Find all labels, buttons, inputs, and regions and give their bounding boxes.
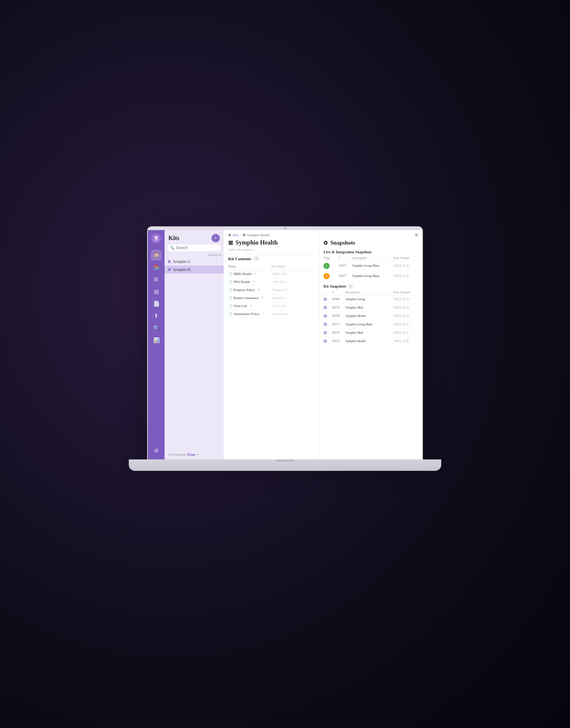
- kit-snap-date: 5/8/23, 11:30: [394, 339, 418, 343]
- snapshots-panel: ✕ ✿ Snapshots Live & Integration Snapsho…: [319, 230, 422, 459]
- breadcrumb: ▦ Kits / ▦ Symphio Health: [224, 230, 319, 238]
- kit-snap-date: 5/8/23, 11:33: [394, 298, 418, 301]
- kit-snap-desc: Symphio Med: [346, 306, 392, 309]
- kits-add-button[interactable]: +: [211, 234, 220, 242]
- search-input[interactable]: [176, 246, 218, 250]
- kit-snap-desc: Symphio Health: [346, 314, 392, 318]
- close-button[interactable]: ✕: [415, 232, 418, 238]
- sidebar-grid-icon[interactable]: ⊞: [151, 274, 162, 285]
- kit-snap-num: 10579: [332, 306, 344, 309]
- stage-badge: L: [323, 263, 330, 269]
- row-desc: Term Life: [273, 304, 315, 308]
- row-desc: Renter's I: [273, 296, 315, 300]
- snap-desc: Symphio Group Main: [352, 274, 392, 278]
- kit-snap-num: 10578: [332, 314, 344, 318]
- row-doc-icon: 📄: [228, 304, 232, 308]
- table-row[interactable]: 📄 Property Policy ↗ Property C: [224, 286, 319, 294]
- sidebar-search-doc-icon[interactable]: 🔍: [151, 323, 162, 334]
- kit-snap-num: 10575: [332, 339, 344, 343]
- row-desc: Property C: [273, 288, 315, 292]
- kits-panel: Kits + 🔍 Sort by: ▾ ▦ Symphio G: [165, 230, 224, 459]
- kit-snap-row[interactable]: ✿ 10579 Symphio Med 5/8/23, 11:33: [320, 304, 422, 312]
- live-section-title: Live & Integration Snapshots: [320, 248, 422, 256]
- table-header: Name Descriptio: [224, 263, 319, 270]
- sort-by-label: Sort by: ▾: [165, 253, 224, 258]
- kit-snaps-title: Kit Snapshots +: [320, 282, 422, 290]
- snapshot-icon: ✿: [323, 305, 330, 310]
- kit-snap-row[interactable]: ✿ 10577 Symphio Group Main 5/8/23, 11:31: [320, 320, 422, 329]
- main-content: ▦ Kits / ▦ Symphio Health ▦ Symphio Heal…: [224, 230, 319, 459]
- row-doc-icon: 📄: [228, 312, 232, 316]
- kit-snap-row[interactable]: ✿ 10575 Symphio Health 5/8/23, 11:30: [320, 337, 422, 346]
- page-title: Symphio Health: [235, 239, 278, 246]
- snap-num: 10577: [339, 264, 351, 267]
- kit-snap-date: 5/8/23, 11:33: [394, 306, 418, 309]
- table-row[interactable]: 📄 Automotive Policy ↗ Automotiv: [224, 310, 319, 318]
- kits-search-box: 🔍: [168, 245, 221, 251]
- snapshots-icon: ✿: [323, 240, 328, 246]
- row-doc-icon: 📄: [228, 288, 232, 292]
- kit-contents-title: Kit Contents: [228, 256, 251, 261]
- kit-item-symphio-h[interactable]: ▦ Symphio H: [165, 266, 224, 274]
- row-desc: PPO Heal: [273, 280, 315, 284]
- kit-snap-row[interactable]: ✿ 10580 Symphio Group 5/8/23, 11:33: [320, 295, 422, 304]
- sidebar-library-icon[interactable]: 📚: [151, 262, 162, 273]
- row-name: 📄 HMO Health ↗: [228, 272, 271, 276]
- kit-snap-row[interactable]: ✿ 10578 Symphio Health 5/8/23, 11:33: [320, 312, 422, 320]
- sidebar-report-icon[interactable]: 📊: [151, 335, 162, 346]
- sidebar-document-icon[interactable]: 📄: [151, 299, 162, 309]
- table-row[interactable]: 📄 Renter's Insurance ↗ Renter's I: [224, 294, 319, 302]
- sidebar-home-icon[interactable]: 🏠: [151, 250, 162, 261]
- live-snapshots-table: L 10577 Symphio Group Main 5/8/23, 11:32…: [320, 261, 422, 282]
- external-link-icon[interactable]: ↗: [250, 304, 252, 307]
- sidebar-settings-icon[interactable]: ⚙: [151, 446, 162, 456]
- main-table: 📄 HMO Health ↗ HMO Hea 📄 PPO Health ↗ PP…: [224, 270, 319, 318]
- row-doc-icon: 📄: [228, 296, 232, 300]
- live-snap-row[interactable]: B 10577 Symphio Group Main 5/8/23, 11:32: [320, 271, 422, 282]
- external-link-icon[interactable]: ↗: [262, 312, 264, 315]
- row-desc: Automotiv: [273, 312, 315, 316]
- table-row[interactable]: 📄 HMO Health ↗ HMO Hea: [224, 270, 319, 278]
- snapshot-icon: ✿: [323, 314, 330, 318]
- kit-snap-desc: Symphio Health: [346, 339, 392, 343]
- kit-snap-date: 5/8/23, 11:31: [394, 331, 418, 334]
- kit-icon: ▦: [168, 259, 171, 263]
- kit-item-symphio-g[interactable]: ▦ Symphio G: [165, 258, 224, 266]
- live-snap-row[interactable]: L 10577 Symphio Group Main 5/8/23, 11:32: [320, 261, 422, 271]
- description-field[interactable]: Add a description...: [224, 248, 319, 254]
- sidebar: 🏠 📚 ⊞ ▤ 📄 ⬆ 🔍 📊 ⚙: [148, 230, 165, 459]
- page-title-icon: ▦: [228, 239, 233, 246]
- kit-snap-row[interactable]: ✿ 10576 Symphio Med 5/8/23, 11:31: [320, 329, 422, 337]
- breadcrumb-icon2: ▦: [243, 233, 246, 237]
- tenant-label: Current tenant: Demo ↗: [165, 450, 224, 459]
- close-row: ✕: [320, 230, 422, 239]
- search-icon: 🔍: [170, 246, 175, 250]
- external-link-icon[interactable]: ↗: [261, 296, 264, 299]
- snapshot-icon: ✿: [323, 339, 330, 344]
- external-link-icon[interactable]: ↗: [252, 280, 255, 283]
- app-logo: [151, 233, 162, 245]
- table-row[interactable]: 📄 Term Life ↗ Term Life: [224, 302, 319, 310]
- kit-snap-add-button[interactable]: +: [348, 284, 353, 289]
- table-row[interactable]: 📄 PPO Health ↗ PPO Heal: [224, 278, 319, 286]
- snap-num: 10577: [339, 274, 351, 278]
- external-link-icon[interactable]: ↗: [254, 272, 256, 275]
- kit-snap-desc: Symphio Group Main: [346, 323, 392, 326]
- kit-icon: ▦: [168, 267, 171, 271]
- external-link-icon[interactable]: ↗: [257, 288, 260, 291]
- kit-snap-desc: Symphio Group: [346, 298, 392, 301]
- stage-badge: B: [323, 273, 330, 279]
- sidebar-table-icon[interactable]: ▤: [151, 286, 162, 297]
- kit-snap-date: 5/8/23, 11:31: [394, 323, 418, 326]
- row-desc: HMO Hea: [273, 272, 315, 276]
- snapshot-icon: ✿: [323, 297, 330, 302]
- row-name: 📄 Renter's Insurance ↗: [228, 296, 271, 300]
- contents-add-button[interactable]: +: [253, 256, 259, 262]
- snap-date: 5/8/23, 11:32: [394, 274, 418, 278]
- kit-snap-num: 10580: [332, 298, 344, 301]
- row-name: 📄 Term Life ↗: [228, 304, 271, 308]
- row-name: 📄 Property Policy ↗: [228, 288, 271, 292]
- row-doc-icon: 📄: [228, 280, 232, 284]
- sidebar-import-icon[interactable]: ⬆: [151, 311, 162, 322]
- row-doc-icon: 📄: [228, 272, 232, 276]
